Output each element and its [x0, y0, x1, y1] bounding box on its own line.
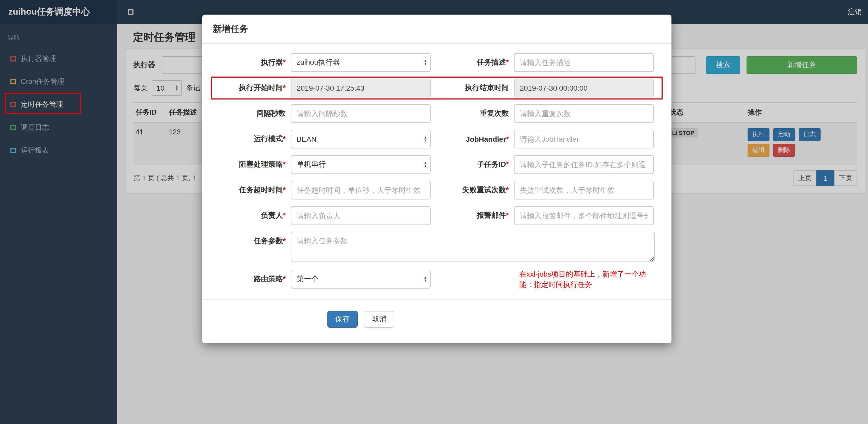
executor-select[interactable]: zuihou执行器 ▴▾ [291, 53, 431, 72]
label-text: 执行结束时间 [465, 83, 509, 92]
required-asterisk: * [283, 58, 286, 66]
form-row-route-strategy: 路由策略* 第一个 ▴▾ 在xxl-jobs项目的基础上，新增了一个功能：指定时… [213, 269, 661, 290]
select-stepper-icon: ▴▾ [424, 161, 427, 168]
label-text: 间隔秒数 [256, 109, 286, 117]
required-asterisk: * [283, 211, 286, 219]
interval-seconds-input[interactable] [291, 104, 431, 123]
label-text: 执行器 [261, 58, 283, 66]
start-time-label: 执行开始时间* [213, 83, 291, 93]
start-time-input[interactable] [291, 79, 431, 97]
feature-note: 在xxl-jobs项目的基础上，新增了一个功能：指定时间执行任务 [519, 269, 659, 290]
save-button[interactable]: 保存 [328, 311, 358, 328]
label-text: 失败重试次数 [462, 186, 506, 194]
block-strategy-group: 阻塞处理策略* 单机串行 ▴▾ [213, 155, 436, 174]
fail-retry-group: 失败重试次数* [436, 181, 659, 199]
fail-retry-input[interactable] [514, 181, 654, 199]
required-asterisk: * [283, 160, 286, 168]
timeout-group: 任务超时时间* [213, 181, 436, 199]
form-row-run-mode: 运行模式* BEAN ▴▾ JobHandler* [213, 130, 661, 149]
required-asterisk: * [283, 186, 286, 194]
select-stepper-icon: ▴▾ [424, 59, 427, 66]
job-desc-input[interactable] [514, 53, 654, 72]
label-text: 运行模式 [254, 134, 283, 143]
add-task-modal: 新增任务 执行器* zuihou执行器 ▴▾ 任务描述* [202, 14, 672, 343]
label-text: 重复次数 [479, 109, 509, 117]
child-task-label: 子任务ID* [436, 160, 514, 169]
timeout-input[interactable] [291, 181, 431, 199]
screen: zuihou任务调度中心 注销 导航 执行器管理 Cron任务管理 定时任务管理… [0, 0, 868, 424]
alarm-email-label: 报警邮件* [436, 211, 514, 220]
cancel-button[interactable]: 取消 [364, 311, 394, 328]
label-text: 任务参数 [254, 236, 283, 245]
jobhandler-input[interactable] [514, 130, 654, 149]
form-row-owner: 负责人* 报警邮件* [213, 206, 661, 225]
required-asterisk: * [283, 236, 286, 245]
select-stepper-icon: ▴▾ [424, 136, 427, 142]
required-asterisk: * [506, 186, 509, 194]
required-asterisk: * [506, 58, 509, 66]
required-asterisk: * [283, 274, 286, 283]
form-row-executor: 执行器* zuihou执行器 ▴▾ 任务描述* [213, 53, 661, 72]
end-time-input[interactable] [514, 79, 654, 97]
child-task-group: 子任务ID* [436, 155, 659, 174]
required-asterisk: * [506, 160, 509, 168]
run-mode-select[interactable]: BEAN ▴▾ [291, 130, 431, 149]
timeout-label: 任务超时时间* [213, 186, 291, 195]
required-asterisk: * [283, 134, 286, 143]
modal-title: 新增任务 [202, 14, 672, 44]
run-mode-label: 运行模式* [213, 134, 291, 144]
job-desc-label: 任务描述* [436, 58, 514, 67]
form-row-exec-time: 执行开始时间* 执行结束时间 [213, 79, 661, 97]
form-row-interval: 间隔秒数 重复次数 [213, 104, 661, 123]
required-asterisk: * [506, 211, 509, 219]
repeat-count-input[interactable] [514, 104, 654, 123]
job-params-label: 任务参数* [213, 236, 291, 246]
form-row-timeout: 任务超时时间* 失败重试次数* [213, 181, 661, 199]
repeat-count-label: 重复次数 [436, 109, 514, 118]
executor-group: 执行器* zuihou执行器 ▴▾ [213, 53, 436, 72]
executor-label: 执行器* [213, 58, 291, 67]
modal-footer: 保存 取消 [202, 299, 672, 343]
label-text: 任务超时时间 [239, 186, 283, 194]
note-group: 在xxl-jobs项目的基础上，新增了一个功能：指定时间执行任务 [436, 269, 659, 290]
interval-group: 间隔秒数 [213, 104, 436, 123]
route-strategy-select[interactable]: 第一个 ▴▾ [291, 270, 431, 289]
route-strategy-group: 路由策略* 第一个 ▴▾ [213, 269, 436, 290]
alarm-email-input[interactable] [514, 206, 654, 225]
job-desc-group: 任务描述* [436, 53, 659, 72]
label-text: 路由策略 [254, 274, 283, 283]
label-text: 报警邮件 [477, 211, 506, 219]
jobhandler-label: JobHandler* [436, 135, 514, 143]
route-strategy-label: 路由策略* [213, 274, 291, 284]
label-text: JobHandler [466, 135, 506, 143]
label-text: 任务描述 [477, 58, 506, 66]
required-asterisk: * [506, 135, 509, 143]
end-time-group: 执行结束时间 [436, 79, 659, 97]
block-strategy-select[interactable]: 单机串行 ▴▾ [291, 155, 431, 174]
start-time-group: 执行开始时间* [213, 79, 436, 97]
repeat-count-group: 重复次数 [436, 104, 659, 123]
alarm-email-group: 报警邮件* [436, 206, 659, 225]
end-time-label: 执行结束时间 [436, 83, 514, 93]
child-task-id-input[interactable] [514, 155, 654, 174]
run-mode-group: 运行模式* BEAN ▴▾ [213, 130, 436, 149]
fail-retry-label: 失败重试次数* [436, 186, 514, 195]
form-row-block-strategy: 阻塞处理策略* 单机串行 ▴▾ 子任务ID* [213, 155, 661, 174]
jobhandler-group: JobHandler* [436, 130, 659, 149]
label-text: 阻塞处理策略 [239, 160, 283, 168]
select-stepper-icon: ▴▾ [424, 276, 427, 282]
job-params-textarea[interactable] [291, 232, 655, 262]
form-row-job-params: 任务参数* [213, 232, 661, 262]
modal-body: 执行器* zuihou执行器 ▴▾ 任务描述* 执行开始时间* [202, 44, 672, 290]
owner-input[interactable] [291, 206, 431, 225]
owner-group: 负责人* [213, 206, 436, 225]
required-asterisk: * [283, 83, 286, 92]
label-text: 执行开始时间 [239, 83, 283, 92]
job-params-group: 任务参数* [213, 232, 661, 262]
label-text: 负责人 [261, 211, 283, 219]
interval-label: 间隔秒数 [213, 109, 291, 118]
block-strategy-label: 阻塞处理策略* [213, 160, 291, 169]
owner-label: 负责人* [213, 211, 291, 220]
label-text: 子任务ID [477, 160, 506, 168]
